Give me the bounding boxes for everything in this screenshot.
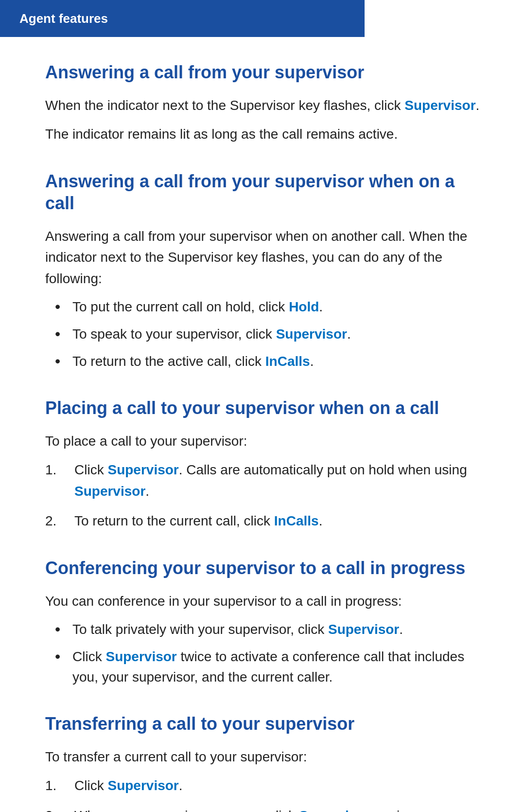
content: Answering a call from your supervisor Wh… (0, 61, 525, 812)
supervisor-link-8[interactable]: Supervisor (299, 808, 370, 812)
list-item: When your supervisor answers, click Supe… (45, 805, 480, 812)
supervisor-link-4[interactable]: Supervisor (74, 484, 145, 499)
hold-link[interactable]: Hold (289, 299, 319, 314)
supervisor-link-6[interactable]: Supervisor (105, 649, 176, 664)
section-3-para-1: To place a call to your supervisor: (45, 431, 480, 451)
section-transferring: Transferring a call to your supervisor T… (45, 713, 480, 812)
section-2-bullet-list: To put the current call on hold, click H… (45, 297, 480, 372)
section-5-para-1: To transfer a current call to your super… (45, 746, 480, 767)
list-item: To speak to your supervisor, click Super… (55, 324, 480, 344)
section-conferencing: Conferencing your supervisor to a call i… (45, 557, 480, 687)
section-placing-call: Placing a call to your supervisor when o… (45, 397, 480, 532)
section-1-para-1: When the indicator next to the Superviso… (45, 95, 480, 116)
section-title-2: Answering a call from your supervisor wh… (45, 170, 480, 214)
section-answering-call-supervisor: Answering a call from your supervisor Wh… (45, 61, 480, 145)
list-item: Click Supervisor. Calls are automaticall… (45, 459, 480, 502)
supervisor-link-3[interactable]: Supervisor (107, 462, 178, 477)
supervisor-link-7[interactable]: Supervisor (107, 778, 178, 793)
list-item: To return to the current call, click InC… (45, 510, 480, 531)
incalls-link-1[interactable]: InCalls (265, 354, 310, 369)
section-title-3: Placing a call to your supervisor when o… (45, 397, 480, 419)
section-2-para-1: Answering a call from your supervisor wh… (45, 226, 480, 289)
section-5-numbered-list: Click Supervisor. When your supervisor a… (45, 775, 480, 812)
section-answering-on-call: Answering a call from your supervisor wh… (45, 170, 480, 372)
section-3-numbered-list: Click Supervisor. Calls are automaticall… (45, 459, 480, 531)
section-4-bullet-list: To talk privately with your supervisor, … (45, 619, 480, 687)
incalls-link-2[interactable]: InCalls (274, 513, 319, 528)
supervisor-link-2[interactable]: Supervisor (276, 326, 347, 342)
section-title-4: Conferencing your supervisor to a call i… (45, 557, 480, 579)
list-item: Click Supervisor. (45, 775, 480, 796)
supervisor-link-1[interactable]: Supervisor (404, 98, 475, 113)
list-item: Click Supervisor twice to activate a con… (55, 647, 480, 687)
list-item: To return to the active call, click InCa… (55, 351, 480, 372)
header-bar: Agent features (0, 0, 365, 37)
section-1-para-2: The indicator remains lit as long as the… (45, 124, 480, 144)
supervisor-link-5[interactable]: Supervisor (328, 622, 399, 637)
header-title: Agent features (19, 11, 108, 26)
list-item: To put the current call on hold, click H… (55, 297, 480, 317)
list-item: To talk privately with your supervisor, … (55, 619, 480, 640)
section-title-1: Answering a call from your supervisor (45, 61, 480, 83)
section-4-para-1: You can conference in your supervisor to… (45, 591, 480, 612)
section-title-5: Transferring a call to your supervisor (45, 713, 480, 735)
